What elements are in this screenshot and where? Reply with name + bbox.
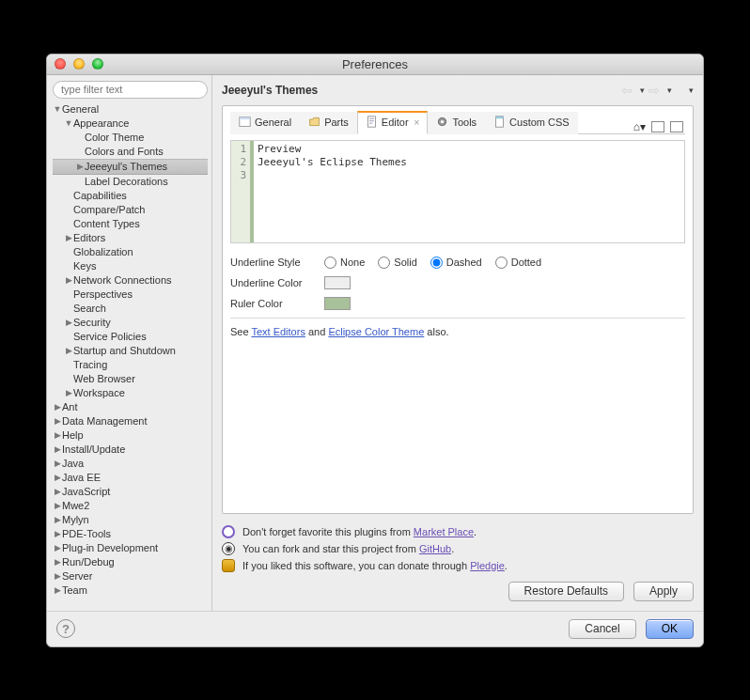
disclosure-arrow[interactable]: ▶: [53, 471, 62, 485]
tree-item[interactable]: Web Browser: [53, 372, 208, 386]
disclosure-arrow[interactable]: ▼: [53, 102, 62, 117]
disclosure-arrow[interactable]: ▶: [53, 569, 62, 583]
disclosure-arrow[interactable]: ▶: [53, 527, 62, 541]
radio-none[interactable]: None: [324, 257, 365, 269]
ruler-color-swatch[interactable]: [324, 297, 351, 310]
tree-item[interactable]: ▶Startup and Shutdown: [53, 344, 208, 358]
disclosure-arrow[interactable]: ▶: [53, 513, 62, 527]
filter-input[interactable]: [61, 84, 199, 95]
disclosure-arrow[interactable]: ▶: [53, 555, 62, 569]
tree-item[interactable]: ▶JavaScript: [53, 485, 208, 499]
minimize-panel-icon[interactable]: [651, 121, 664, 132]
disclosure-arrow[interactable]: ▶: [53, 428, 62, 443]
tree-item[interactable]: ▶Java EE: [53, 471, 208, 485]
pledgie-link[interactable]: Pledgie: [470, 560, 505, 571]
disclosure-arrow[interactable]: ▶: [64, 231, 73, 245]
radio-dashed[interactable]: Dashed: [430, 257, 482, 269]
help-button[interactable]: ?: [56, 619, 75, 638]
radio-input[interactable]: [378, 257, 390, 269]
tree-item[interactable]: ▶Help: [53, 428, 208, 443]
forward-menu[interactable]: ▾: [667, 86, 672, 95]
tree-item[interactable]: ▶Network Connections: [53, 273, 208, 288]
tree-item[interactable]: Compare/Patch: [53, 203, 208, 217]
filter-field[interactable]: [53, 81, 208, 99]
tree-item-label: Server: [62, 569, 92, 583]
restore-defaults-button[interactable]: Restore Defaults: [508, 582, 624, 601]
disclosure-arrow[interactable]: ▶: [53, 499, 62, 513]
disclosure-arrow[interactable]: ▶: [53, 400, 62, 414]
close-tab-icon[interactable]: ×: [414, 117, 420, 128]
radio-input[interactable]: [495, 257, 508, 269]
tree-item[interactable]: ▶Mylyn: [53, 513, 208, 527]
back-button[interactable]: ⇦: [621, 83, 633, 98]
apply-button[interactable]: Apply: [633, 582, 694, 601]
tree-item[interactable]: ▶Data Management: [53, 414, 208, 428]
tree-item[interactable]: Keys: [53, 259, 208, 273]
tree-item[interactable]: ▶Java: [53, 457, 208, 471]
tree-item[interactable]: Capabilities: [53, 189, 208, 203]
tree-item-label: Install/Update: [62, 443, 125, 457]
tree-item[interactable]: Colors and Fonts: [53, 145, 208, 159]
tree-item[interactable]: ▶Workspace: [53, 386, 208, 400]
disclosure-arrow[interactable]: ▶: [53, 583, 62, 598]
tree-item[interactable]: ▶PDE-Tools: [53, 527, 208, 541]
forward-button[interactable]: ⇨: [648, 83, 660, 98]
disclosure-arrow[interactable]: ▶: [53, 414, 62, 428]
eclipse-icon: [222, 525, 235, 538]
tree-item[interactable]: Service Policies: [53, 330, 208, 344]
maximize-panel-icon[interactable]: [670, 121, 683, 132]
tree-item[interactable]: Search: [53, 302, 208, 316]
radio-input[interactable]: [430, 257, 443, 269]
tree-item[interactable]: ▶Jeeeyul's Themes: [53, 159, 208, 175]
preferences-tree[interactable]: ▼General▼AppearanceColor ThemeColors and…: [53, 102, 208, 607]
tree-item[interactable]: Color Theme: [53, 131, 208, 145]
tree-item[interactable]: Perspectives: [53, 288, 208, 302]
disclosure-arrow[interactable]: ▶: [64, 386, 73, 400]
tree-item[interactable]: Label Decorations: [53, 175, 208, 189]
back-menu[interactable]: ▾: [640, 86, 645, 95]
tree-item[interactable]: ▶Editors: [53, 231, 208, 245]
radio-solid[interactable]: Solid: [378, 257, 416, 269]
tree-item[interactable]: ▼General: [53, 102, 208, 117]
tree-item[interactable]: ▶Server: [53, 569, 208, 583]
github-link[interactable]: GitHub: [419, 543, 451, 554]
tree-item[interactable]: ▼Appearance: [53, 117, 208, 131]
radio-dotted[interactable]: Dotted: [495, 257, 541, 269]
tree-item[interactable]: ▶Security: [53, 316, 208, 330]
titlebar[interactable]: Preferences: [47, 54, 703, 75]
tree-item[interactable]: Content Types: [53, 217, 208, 231]
tab-editor[interactable]: Editor×: [357, 111, 429, 134]
cancel-button[interactable]: Cancel: [569, 619, 635, 639]
tab-parts[interactable]: Parts: [300, 112, 357, 134]
tree-item[interactable]: Tracing: [53, 358, 208, 372]
tree-item[interactable]: ▶Ant: [53, 400, 208, 414]
settings-panel: GeneralPartsEditor×ToolsCustom CSS⌂▾ 123…: [222, 105, 694, 514]
hanger-icon[interactable]: ⌂▾: [633, 120, 646, 133]
tree-item[interactable]: Globalization: [53, 245, 208, 259]
eclipse-color-theme-link[interactable]: Eclipse Color Theme: [328, 326, 424, 337]
disclosure-arrow[interactable]: ▶: [75, 160, 85, 174]
view-menu[interactable]: ▾: [689, 86, 694, 95]
tree-item[interactable]: ▶Run/Debug: [53, 555, 208, 569]
disclosure-arrow[interactable]: ▶: [64, 273, 73, 288]
radio-label: Solid: [394, 257, 416, 268]
tree-item[interactable]: ▶Mwe2: [53, 499, 208, 513]
disclosure-arrow[interactable]: ▼: [64, 117, 73, 131]
radio-input[interactable]: [324, 257, 336, 269]
tab-custom-css[interactable]: Custom CSS: [485, 112, 578, 134]
tab-tools[interactable]: Tools: [428, 112, 485, 134]
disclosure-arrow[interactable]: ▶: [53, 485, 62, 499]
disclosure-arrow[interactable]: ▶: [64, 316, 73, 330]
tree-item[interactable]: ▶Install/Update: [53, 443, 208, 457]
underline-color-swatch[interactable]: [324, 276, 351, 289]
market-place-link[interactable]: Market Place: [414, 526, 474, 537]
disclosure-arrow[interactable]: ▶: [53, 443, 62, 457]
tab-general[interactable]: General: [230, 112, 300, 134]
tree-item[interactable]: ▶Plug-in Development: [53, 541, 208, 555]
ok-button[interactable]: OK: [646, 619, 694, 639]
tree-item[interactable]: ▶Team: [53, 583, 208, 598]
disclosure-arrow[interactable]: ▶: [53, 457, 62, 471]
disclosure-arrow[interactable]: ▶: [53, 541, 62, 555]
text-editors-link[interactable]: Text Editors: [251, 326, 305, 337]
disclosure-arrow[interactable]: ▶: [64, 344, 73, 358]
